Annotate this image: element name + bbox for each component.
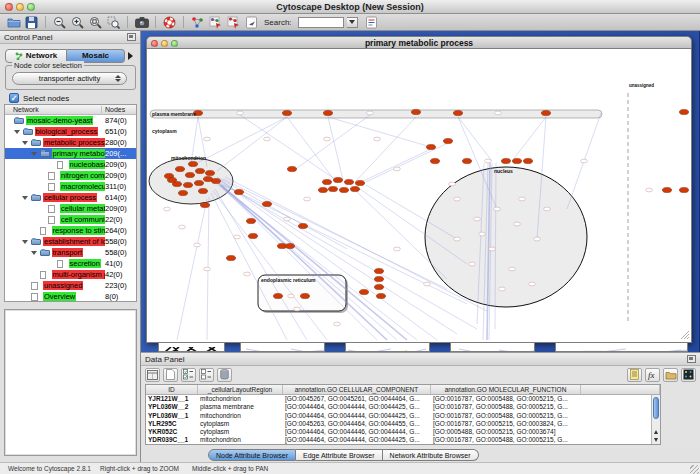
node-unselected[interactable] [284,217,291,221]
new-attribute-icon[interactable] [163,368,178,382]
node-selected[interactable] [411,109,420,114]
node-selected[interactable] [234,189,243,194]
tree-row-metabolic-process[interactable]: metabolic process280(0) [5,137,136,148]
search-dropdown-button[interactable] [347,17,358,28]
window-titlebar[interactable]: Cytoscape Desktop (New Session) [0,0,700,14]
node-unselected[interactable] [449,182,456,186]
edge[interactable] [219,179,437,340]
node-selected[interactable] [443,138,452,143]
tree-row-cell-communicat[interactable]: cell communicat22(0) [5,214,136,225]
node-unselected[interactable] [374,137,381,141]
edge-bundle[interactable] [221,185,407,340]
node-selected[interactable] [185,172,194,177]
disclosure-triangle-icon[interactable] [14,130,20,134]
node-unselected[interactable] [394,247,401,251]
tree-row-overview[interactable]: Overview8(0) [5,291,136,302]
node-selected[interactable] [205,170,214,175]
zoom-out-icon[interactable] [52,15,67,30]
tab-overflow-arrow-icon[interactable] [128,52,133,60]
node-selected[interactable] [512,158,521,163]
tree-row-macromolecule[interactable]: macromolecule311(0) [5,181,136,192]
node-unselected[interactable] [454,197,461,201]
disclosure-triangle-icon[interactable] [31,152,37,156]
edge[interactable] [211,193,287,340]
node-unselected[interactable] [264,137,271,141]
tree-row-biological-process[interactable]: biological_process651(0) [5,126,136,137]
node-selected[interactable] [350,186,359,191]
node-unselected[interactable] [494,207,501,211]
region-plasma-membrane[interactable] [150,110,602,118]
scroll-down-icon[interactable] [652,436,660,444]
node-selected[interactable] [200,202,209,207]
node-selected[interactable] [523,158,532,163]
save-icon[interactable] [24,15,39,30]
node-selected[interactable] [198,188,207,193]
node-selected[interactable] [333,177,342,182]
node-unselected[interactable] [424,282,431,286]
edge[interactable] [458,117,492,161]
tree-row-secretion[interactable]: secretion41(0) [5,258,136,269]
node-selected[interactable] [285,243,294,248]
tree-row-establishment-of-lo[interactable]: establishment of lo558(0) [5,236,136,247]
table-row[interactable]: YDR039C__1mitochondrion[GO:0044464, GO:0… [146,436,660,444]
frame-zoom-button[interactable] [171,40,178,47]
node-unselected[interactable] [294,307,301,311]
close-button[interactable] [5,3,13,11]
edge-bundle[interactable] [219,183,387,340]
node-selected[interactable] [453,110,462,115]
scroll-up-icon[interactable] [652,428,660,436]
zoom-fit-icon[interactable] [88,15,103,30]
node-selected[interactable] [188,161,197,166]
node-unselected[interactable] [544,207,551,211]
node-selected[interactable] [462,158,471,163]
node-selected[interactable] [344,179,353,184]
node-unselected[interactable] [304,197,311,201]
resize-grip[interactable] [690,465,699,474]
tree-row-nitrogen-compo[interactable]: nitrogen compo209(0) [5,170,136,181]
attribute-table-icon[interactable] [145,368,160,382]
snapshot-icon[interactable] [134,15,149,30]
node-unselected[interactable] [519,197,526,201]
function-builder-icon[interactable]: fx [645,368,660,382]
tree-row-response-to-stimulu[interactable]: response to stimulu264(0) [5,225,136,236]
select-nodes-checkbox[interactable]: ✓ [9,93,19,103]
node-color-dropdown[interactable]: transporter activity [12,72,127,85]
import-attributes-icon[interactable] [663,368,678,382]
edge[interactable] [213,191,327,340]
minimize-button[interactable] [16,3,24,11]
node-selected[interactable] [282,110,291,115]
frame-close-button[interactable] [151,40,158,47]
tree-row-nucleobase-[interactable]: nucleobase-209(0) [5,159,136,170]
tab-node-attribute-browser[interactable]: Node Attribute Browser [208,449,296,461]
node-selected[interactable] [195,168,204,173]
node-selected[interactable] [328,186,337,191]
disclosure-triangle-icon[interactable] [22,141,28,145]
background-network-window[interactable] [158,342,225,352]
disclosure-triangle-icon[interactable] [22,240,28,244]
node-selected[interactable] [287,166,296,171]
edge[interactable] [355,117,416,182]
node-selected[interactable] [339,187,348,192]
tree-row-transport[interactable]: transport558(0) [5,247,136,258]
unselect-attributes-icon[interactable] [199,368,214,382]
background-network-window[interactable] [345,342,430,352]
search-input[interactable] [298,17,344,28]
node-selected[interactable] [175,166,184,171]
tree-header-network[interactable]: Network [5,106,101,113]
network-view-window[interactable]: primary metabolic process plasma membran… [146,36,692,343]
tree-row-primary-metabol[interactable]: primary metabol209(... [5,148,136,159]
node-unselected[interactable] [244,272,251,276]
disclosure-triangle-icon[interactable] [22,196,28,200]
node-selected[interactable] [501,158,510,163]
attribute-batch-icon[interactable] [364,15,379,30]
node-selected[interactable] [248,233,257,238]
node-selected[interactable] [662,187,671,192]
table-row[interactable]: YKR052Ccytoplasm[GO:0044464, GO:0044446,… [146,428,660,436]
select-attributes-icon[interactable] [181,368,196,382]
network-canvas[interactable]: plasma membranecytoplasmmitochondrionnuc… [147,49,691,341]
node-unselected[interactable] [529,282,536,286]
tree-row-cellular-process[interactable]: cellular process614(0) [5,192,136,203]
node-selected[interactable] [300,293,309,298]
table-scrollbar[interactable] [651,395,660,444]
attribute-list-icon[interactable] [627,368,642,382]
